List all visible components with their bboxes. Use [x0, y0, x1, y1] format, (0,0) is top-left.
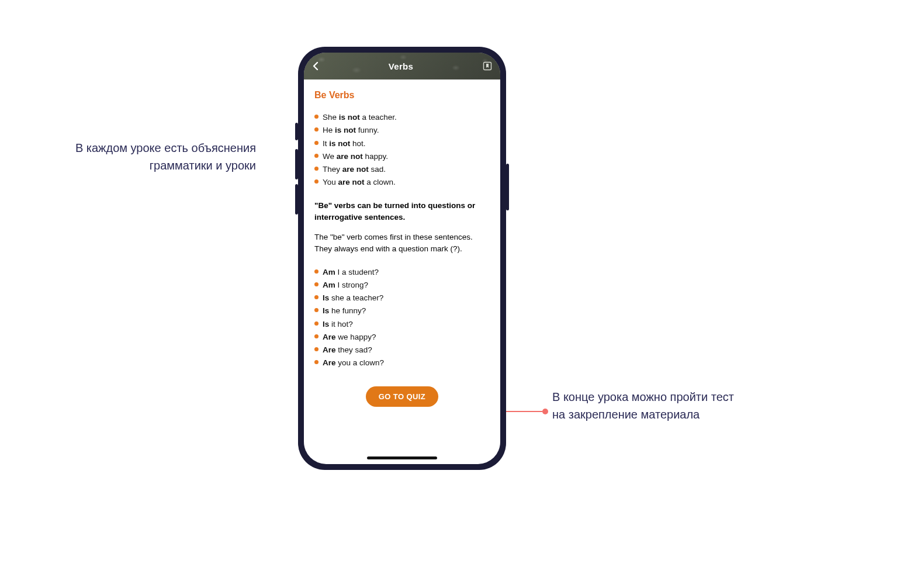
annotation-right: В конце урока можно пройти тест на закре…: [552, 388, 739, 423]
phone-frame: Verbs Be Verbs She is not a teacher. He …: [298, 47, 506, 470]
list-item: Are they sad?: [323, 344, 490, 357]
phone-screen: Verbs Be Verbs She is not a teacher. He …: [304, 53, 500, 464]
chevron-left-icon: [312, 61, 319, 71]
question-examples-list: Am I a student? Am I strong? Is she a te…: [314, 266, 490, 370]
list-item: Are we happy?: [323, 331, 490, 344]
go-to-quiz-button[interactable]: GO TO QUIZ: [366, 386, 438, 407]
list-item: She is not a teacher.: [323, 111, 490, 124]
list-item: Is he funny?: [323, 305, 490, 317]
phone-power-button: [506, 164, 509, 210]
list-item: Is she a teacher?: [323, 292, 490, 305]
phone-mute-switch: [295, 123, 298, 140]
section-title: Be Verbs: [314, 90, 490, 101]
bookmark-button[interactable]: [483, 61, 492, 71]
list-item: It is not hot.: [323, 137, 490, 150]
header-title: Verbs: [389, 61, 413, 71]
explanation-text: The "be" verb comes first in these sente…: [314, 231, 490, 255]
list-item: You are not a clown.: [323, 176, 490, 189]
list-item: Are you a clown?: [323, 357, 490, 369]
list-item: Am I strong?: [323, 279, 490, 292]
home-indicator[interactable]: [367, 456, 437, 459]
list-item: We are not happy.: [323, 150, 490, 163]
app-header: Verbs: [304, 53, 500, 79]
bookmark-icon: [483, 61, 492, 71]
negative-examples-list: She is not a teacher. He is not funny. I…: [314, 111, 490, 189]
annotation-left: В каждом уроке есть объяснения грамматик…: [46, 139, 256, 174]
back-button[interactable]: [312, 61, 319, 71]
list-item: He is not funny.: [323, 124, 490, 137]
list-item: Am I a student?: [323, 266, 490, 279]
list-item: Is it hot?: [323, 318, 490, 331]
subsection-heading: "Be" verbs can be turned into questions …: [314, 200, 490, 224]
phone-volume-down: [295, 184, 298, 215]
phone-volume-up: [295, 149, 298, 179]
lesson-content: Be Verbs She is not a teacher. He is not…: [304, 79, 500, 464]
list-item: They are not sad.: [323, 163, 490, 176]
quiz-button-row: GO TO QUIZ: [314, 386, 490, 407]
